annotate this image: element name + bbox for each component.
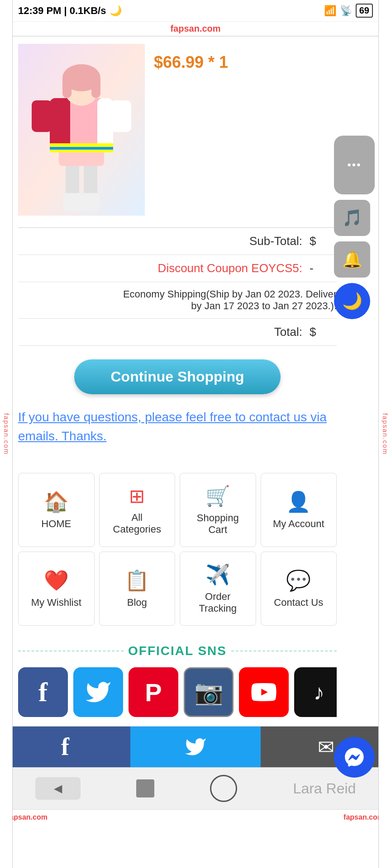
continue-shopping-button[interactable]: Continue Shopping bbox=[74, 359, 280, 394]
music-icon: 🎵 bbox=[342, 208, 362, 227]
watermark-right: fapsan.com bbox=[378, 0, 391, 868]
sns-line-left bbox=[18, 651, 124, 651]
svg-rect-14 bbox=[111, 100, 131, 132]
totals-section: Sub-Total: $ Discount Coupon EOYCS5: - E… bbox=[18, 227, 337, 346]
svg-rect-4 bbox=[81, 193, 100, 211]
nav-label-account: My Account bbox=[273, 518, 324, 530]
phone-nav-bar: ◀ Lara Reid bbox=[0, 767, 391, 809]
cart-icon: 🛒 bbox=[205, 484, 230, 508]
product-price-area: $66.99 * 1 bbox=[154, 44, 337, 72]
floating-more-button[interactable]: ••• bbox=[334, 136, 375, 194]
nav-label-home: HOME bbox=[41, 518, 71, 530]
product-price: $66.99 * 1 bbox=[154, 53, 337, 72]
watermark-left: fapsan.com bbox=[0, 0, 13, 868]
floating-moon-button[interactable]: 🌙 bbox=[334, 283, 370, 319]
top-banner: fapsan.com bbox=[0, 22, 391, 37]
questions-area: If you have questions, please feel free … bbox=[18, 403, 337, 464]
questions-link[interactable]: If you have questions, please feel free … bbox=[18, 410, 327, 443]
svg-rect-17 bbox=[62, 75, 72, 98]
nav-grid: 🏠 HOME ⊞ AllCategories 🛒 ShoppingCart 👤 … bbox=[18, 464, 337, 635]
categories-icon: ⊞ bbox=[129, 485, 145, 507]
product-illustration bbox=[18, 44, 145, 216]
discount-label: Discount Coupon EOYCS5: bbox=[158, 261, 302, 275]
nav-item-contact[interactable]: 💬 Contact Us bbox=[261, 552, 337, 626]
site-link-top[interactable]: fapsan.com bbox=[170, 24, 220, 34]
floating-bell-button[interactable]: 🔔 bbox=[334, 241, 370, 278]
sns-instagram-icon[interactable]: 📷 bbox=[184, 667, 234, 717]
nav-label-blog: Blog bbox=[127, 597, 147, 609]
sns-section: OFFICIAL SNS f P 📷 ♪ bbox=[18, 644, 337, 726]
wifi-icon: 📡 bbox=[340, 5, 352, 17]
status-left: 12:39 PM | 0.1KB/s 🌙 bbox=[18, 5, 122, 17]
moon-icon: 🌙 bbox=[110, 5, 122, 17]
nav-item-account[interactable]: 👤 My Account bbox=[261, 473, 337, 547]
shipping-row: Economy Shipping(Ship by Jan 02 2023. De… bbox=[18, 282, 337, 319]
messenger-float-button[interactable] bbox=[334, 737, 375, 778]
bottom-watermark-bar: fapsan.com fapsan.com bbox=[0, 809, 391, 825]
svg-rect-11 bbox=[50, 147, 113, 150]
total-row: Total: $ bbox=[18, 319, 337, 346]
sns-title: OFFICIAL SNS bbox=[128, 644, 227, 658]
bottom-watermark-left: fapsan.com bbox=[7, 813, 48, 821]
total-value: $ bbox=[310, 325, 337, 339]
sns-header: OFFICIAL SNS bbox=[18, 644, 337, 658]
nav-item-cart[interactable]: 🛒 ShoppingCart bbox=[180, 473, 256, 547]
floating-music-button[interactable]: 🎵 bbox=[334, 200, 370, 236]
back-icon: ◀ bbox=[54, 782, 62, 795]
subtotal-label: Sub-Total: bbox=[249, 234, 302, 248]
sns-line-right bbox=[231, 651, 337, 651]
subtotal-value: $ bbox=[310, 234, 337, 248]
shipping-label: Economy Shipping(Ship by Jan 02 2023. De… bbox=[110, 288, 337, 312]
nav-label-contact: Contact Us bbox=[274, 597, 323, 609]
bottom-watermark-right: fapsan.com bbox=[343, 813, 384, 821]
moon-float-icon: 🌙 bbox=[342, 292, 362, 311]
sns-twitter-icon[interactable] bbox=[73, 667, 123, 717]
bell-icon: 🔔 bbox=[342, 250, 362, 269]
home-nav-button[interactable] bbox=[210, 775, 237, 802]
contact-icon: 💬 bbox=[286, 569, 311, 592]
signal-icon: 📶 bbox=[324, 5, 336, 17]
button-area: Continue Shopping bbox=[18, 346, 337, 403]
sns-facebook-icon[interactable]: f bbox=[18, 667, 68, 717]
dots-icon: ••• bbox=[347, 159, 361, 171]
square-button[interactable] bbox=[136, 779, 154, 797]
home-icon: 🏠 bbox=[44, 490, 69, 514]
discount-row: Discount Coupon EOYCS5: - bbox=[18, 255, 337, 282]
nav-item-home[interactable]: 🏠 HOME bbox=[18, 473, 95, 547]
back-button[interactable]: ◀ bbox=[35, 777, 81, 800]
tracking-icon: ✈️ bbox=[205, 563, 230, 586]
blog-icon: 📋 bbox=[124, 569, 149, 592]
account-icon: 👤 bbox=[286, 490, 311, 514]
bottom-twitter-button[interactable] bbox=[130, 726, 261, 767]
svg-rect-3 bbox=[63, 193, 81, 211]
status-right: 📶 📡 69 bbox=[324, 4, 373, 18]
svg-rect-13 bbox=[32, 100, 52, 132]
total-label: Total: bbox=[274, 325, 302, 339]
bottom-social-bar: f ✉ bbox=[0, 726, 391, 767]
nav-item-categories[interactable]: ⊞ AllCategories bbox=[99, 473, 176, 547]
battery-display: 69 bbox=[356, 4, 373, 18]
sns-icons: f P 📷 ♪ bbox=[18, 667, 337, 726]
nav-item-wishlist[interactable]: ❤️ My Wishlist bbox=[18, 552, 95, 626]
subtotal-row: Sub-Total: $ bbox=[18, 228, 337, 255]
svg-rect-12 bbox=[50, 150, 113, 152]
bottom-twitter-svg bbox=[184, 736, 207, 758]
phone-nav-text: Lara Reid bbox=[293, 780, 356, 797]
nav-label-tracking: OrderTracking bbox=[199, 591, 237, 614]
youtube-svg bbox=[250, 679, 277, 706]
sns-youtube-icon[interactable] bbox=[239, 667, 289, 717]
svg-rect-18 bbox=[91, 75, 100, 98]
discount-value: - bbox=[310, 261, 337, 275]
product-row: $66.99 * 1 bbox=[18, 37, 337, 223]
sns-tiktok-icon[interactable]: ♪ bbox=[294, 667, 337, 717]
nav-label-categories: AllCategories bbox=[113, 512, 161, 535]
sns-pinterest-icon[interactable]: P bbox=[129, 667, 178, 717]
nav-label-cart: ShoppingCart bbox=[197, 512, 239, 536]
product-image bbox=[18, 44, 145, 216]
floating-buttons: ••• 🎵 🔔 🌙 bbox=[334, 136, 375, 319]
nav-item-tracking[interactable]: ✈️ OrderTracking bbox=[180, 552, 256, 626]
nav-item-blog[interactable]: 📋 Blog bbox=[99, 552, 176, 626]
time-display: 12:39 PM | 0.1KB/s bbox=[18, 5, 106, 17]
status-bar: 12:39 PM | 0.1KB/s 🌙 📶 📡 69 bbox=[0, 0, 391, 22]
bottom-facebook-button[interactable]: f bbox=[0, 726, 130, 767]
